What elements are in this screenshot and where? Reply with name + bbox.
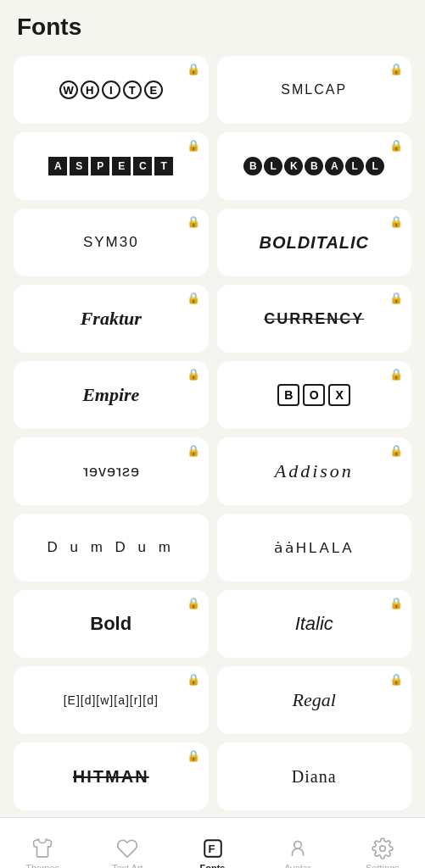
nav-item-settings[interactable]: Settings xyxy=(340,818,425,868)
lock-icon: 🔒 xyxy=(389,63,403,75)
font-card-hitman[interactable]: 🔒HITMAN xyxy=(14,743,209,810)
nav-item-fonts[interactable]: F Fonts xyxy=(170,818,254,868)
lock-icon: 🔒 xyxy=(187,444,200,457)
lock-icon: 🔒 xyxy=(389,139,403,152)
lock-icon: 🔒 xyxy=(187,597,200,609)
nav-label-avatar: Avatar xyxy=(284,863,311,869)
text-art-icon xyxy=(116,837,138,860)
font-card-smlcap[interactable]: 🔒SMLCAP xyxy=(217,56,412,124)
svg-point-3 xyxy=(380,845,386,851)
lock-icon: 🔒 xyxy=(389,673,403,686)
settings-icon xyxy=(372,837,394,860)
font-card-addison[interactable]: 🔒Addison xyxy=(217,437,412,505)
lock-icon: 🔒 xyxy=(389,215,403,228)
nav-item-text-art[interactable]: Text Art xyxy=(85,818,170,868)
font-card-currency[interactable]: 🔒CURRENCY xyxy=(217,285,412,353)
font-card-fraktur[interactable]: 🔒Fraktur xyxy=(14,285,209,353)
nav-item-themes[interactable]: Themes xyxy=(0,818,85,868)
lock-icon: 🔒 xyxy=(187,673,200,686)
font-card-empire[interactable]: 🔒Empire xyxy=(14,361,209,429)
header: Fonts xyxy=(0,0,425,49)
lock-icon: 🔒 xyxy=(187,368,200,381)
fonts-grid: 🔒 WHITE 🔒SMLCAP🔒 ASPECT 🔒 BLKBALL 🔒SYM30… xyxy=(0,49,425,817)
font-card-box[interactable]: 🔒 BOX xyxy=(217,361,412,429)
page-title: Fonts xyxy=(17,14,81,40)
lock-icon: 🔒 xyxy=(389,444,403,457)
nav-label-themes: Themes xyxy=(25,863,59,869)
font-card-white[interactable]: 🔒 WHITE xyxy=(14,56,209,124)
themes-icon xyxy=(31,837,53,860)
bottom-nav: Themes Text Art F Fonts Avatar Settings xyxy=(0,817,425,868)
lock-icon: 🔒 xyxy=(187,139,200,152)
fonts-icon: F xyxy=(202,837,224,860)
font-card-aspect[interactable]: 🔒 ASPECT xyxy=(14,132,209,200)
nav-label-text-art: Text Art xyxy=(112,863,143,869)
svg-point-2 xyxy=(294,841,301,849)
lock-icon: 🔒 xyxy=(187,215,200,228)
nav-label-settings: Settings xyxy=(366,863,400,869)
font-card-symbo[interactable]: 🔒SYM30 xyxy=(14,209,209,276)
lock-icon: 🔒 xyxy=(389,292,403,304)
font-card-bold[interactable]: 🔒Bold xyxy=(14,590,209,658)
svg-text:F: F xyxy=(208,843,215,855)
lock-icon: 🔒 xyxy=(187,749,200,762)
font-card-blkball[interactable]: 🔒 BLKBALL xyxy=(217,132,412,200)
font-card-diana[interactable]: Diana xyxy=(217,743,412,810)
avatar-icon xyxy=(287,837,309,860)
font-card-bolditalic[interactable]: 🔒BOLDITALIC xyxy=(217,209,412,276)
font-card-edward[interactable]: 🔒[E][d][w][a][r][d] xyxy=(14,666,209,734)
font-card-esrever[interactable]: 🔒esrever xyxy=(14,437,209,505)
nav-label-fonts: Fonts xyxy=(200,863,226,869)
lock-icon: 🔒 xyxy=(389,368,403,381)
lock-icon: 🔒 xyxy=(187,63,200,75)
lock-icon: 🔒 xyxy=(389,597,403,609)
font-card-regal[interactable]: 🔒Regal xyxy=(217,666,412,734)
nav-item-avatar[interactable]: Avatar xyxy=(255,818,340,868)
font-card-hlala[interactable]: ȧȧHLALA xyxy=(217,514,412,581)
lock-icon: 🔒 xyxy=(187,292,200,304)
font-card-italic[interactable]: 🔒Italic xyxy=(217,590,412,658)
font-card-dumdum[interactable]: D u m D u m xyxy=(14,514,209,581)
